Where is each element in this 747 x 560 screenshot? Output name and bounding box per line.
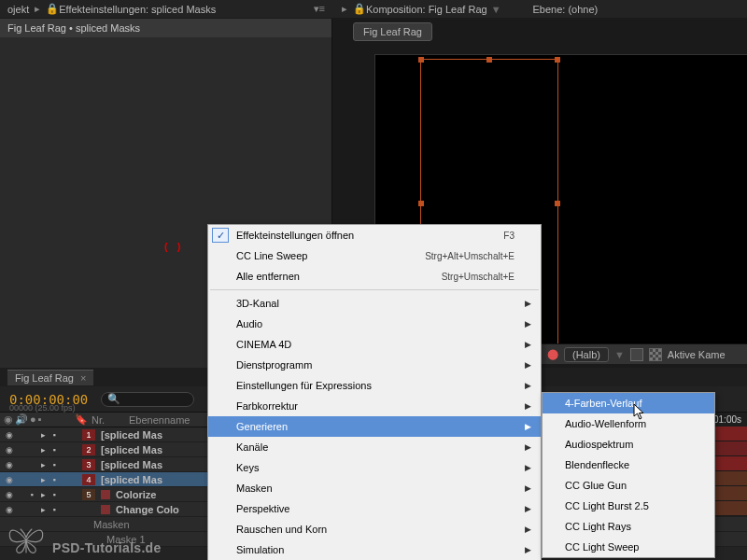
check-icon: ✓ (212, 228, 229, 243)
submenu-arrow-icon: ▶ (525, 545, 531, 554)
timeline-tracks: 01:00s (710, 413, 747, 516)
submenu-arrow-icon: ▶ (525, 360, 531, 370)
track-bar[interactable] (710, 471, 747, 486)
submenu-arrow-icon: ▶ (525, 319, 531, 329)
butterfly-icon (6, 521, 47, 558)
eye-icon[interactable]: ◉ (4, 475, 15, 484)
eye-icon[interactable]: ◉ (4, 490, 15, 499)
layer-number: 3 (82, 459, 95, 470)
eye-icon[interactable]: ◉ (4, 445, 15, 455)
top-bar: ojekt ▸ 🔒 Effekteinstellungen: spliced M… (0, 0, 747, 19)
composition-tab-area: ▸ 🔒 Komposition: Fig Leaf Rag ▼ Ebene: (… (332, 0, 747, 19)
lock-icon[interactable]: 🔒 (353, 3, 362, 15)
active-camera-dropdown[interactable]: Aktive Kame (668, 349, 726, 360)
submenu-audio-spectrum[interactable]: Audiospektrum (543, 434, 714, 455)
submenu-cc-light-rays[interactable]: CC Light Rays (543, 516, 714, 537)
handle-top-right[interactable] (555, 57, 560, 63)
effects-context-menu: ✓ Effekteinstellungen öffnen F3 CC Line … (207, 224, 542, 560)
menu-perspective[interactable]: Perspektive▶ (208, 498, 541, 519)
menu-separator (210, 289, 539, 290)
project-tab-area: ojekt ▸ 🔒 Effekteinstellungen: spliced M… (0, 0, 332, 19)
menu-keys[interactable]: Keys▶ (208, 457, 541, 478)
track-bar[interactable] (710, 427, 747, 441)
toggle-column-header: ◉ 🔊 ●▪ (0, 413, 75, 426)
menu-cinema4d[interactable]: CINEMA 4D▶ (208, 334, 541, 355)
track-bar[interactable] (710, 441, 747, 456)
layer-name[interactable]: [spliced Mas (95, 474, 162, 485)
menu-expression-settings[interactable]: Einstellungen für Expressions▶ (208, 375, 541, 396)
handle-top-mid[interactable] (486, 57, 492, 63)
breadcrumb: Fig Leaf Rag • spliced Masks (0, 19, 331, 37)
label-col-icon: 🔖 (75, 413, 88, 426)
menu-color-correction[interactable]: Farbkorrektur▶ (208, 396, 541, 416)
composition-tab[interactable]: Komposition: Fig Leaf Rag (366, 4, 487, 15)
eye-icon[interactable]: ◉ (4, 460, 15, 469)
watermark: PSD-Tutorials.de (6, 521, 162, 558)
viewer-option-icon[interactable] (630, 348, 643, 361)
handle-mid-right[interactable] (555, 201, 560, 206)
tab-icon: ▸ (340, 3, 349, 15)
submenu-cc-light-burst[interactable]: CC Light Burst 2.5 (543, 496, 714, 516)
timeline-tab[interactable]: Fig Leaf Rag × (7, 370, 93, 385)
viewer-toolbar: ⬤ (Halb) ▼ Aktive Kame (542, 343, 747, 364)
layer-tab[interactable]: Ebene: (ohne) (533, 4, 599, 15)
solo-icon[interactable]: ▪ (26, 490, 37, 499)
menu-remove-all[interactable]: Alle entfernen Strg+Umschalt+E (208, 266, 541, 287)
layer-name[interactable]: [spliced Mas (95, 459, 162, 470)
color-mgmt-icon[interactable]: ⬤ (547, 348, 558, 360)
submenu-arrow-icon: ▶ (525, 463, 531, 472)
panel-menu-icon[interactable]: ▾≡ (314, 3, 325, 15)
submenu-cc-glue-gun[interactable]: CC Glue Gun (543, 475, 714, 496)
layer-number: 1 (82, 429, 95, 441)
dropdown-arrow-icon[interactable]: ▼ (614, 349, 625, 360)
eye-icon: ◉ (4, 413, 13, 426)
layer-name[interactable]: Colorize (110, 489, 156, 500)
lock-icon[interactable]: 🔒 (46, 3, 55, 15)
layer-number: 4 (82, 474, 95, 485)
framerate-label: 00000 (25.00 fps) (9, 403, 76, 413)
submenu-lens-flare[interactable]: Blendenflecke (543, 455, 714, 475)
close-icon[interactable]: × (80, 372, 86, 384)
menu-noise-grain[interactable]: Rauschen und Korn▶ (208, 519, 541, 539)
layer-name[interactable]: [spliced Mas (95, 429, 162, 441)
menu-3d-channel[interactable]: 3D-Kanal▶ (208, 293, 541, 314)
track-bar[interactable] (710, 456, 747, 471)
paren-indicator: ( ) (164, 241, 180, 252)
layer-name[interactable]: [spliced Mas (95, 444, 162, 455)
menu-masks[interactable]: Masken▶ (208, 478, 541, 498)
menu-open-effect-settings[interactable]: ✓ Effekteinstellungen öffnen F3 (208, 225, 541, 245)
speaker-icon: 🔊 (15, 413, 28, 426)
submenu-arrow-icon: ▶ (525, 299, 531, 308)
submenu-arrow-icon: ▶ (525, 422, 531, 431)
search-input[interactable]: 🔍 (101, 392, 194, 407)
eye-icon[interactable]: ◉ (4, 430, 15, 440)
layer-name[interactable]: Change Colo (110, 504, 179, 515)
number-column: Nr. (88, 414, 125, 426)
generate-submenu: 4-Farben-Verlauf Audio-Wellenform Audios… (542, 392, 715, 558)
track-bar[interactable] (710, 486, 747, 501)
menu-utility[interactable]: Dienstprogramm▶ (208, 355, 541, 375)
composition-tab-pill[interactable]: Fig Leaf Rag (353, 22, 432, 41)
grid-icon[interactable] (649, 348, 662, 361)
submenu-arrow-icon: ▶ (525, 381, 531, 390)
menu-generate[interactable]: Generieren▶ (208, 416, 541, 437)
submenu-arrow-icon: ▶ (525, 340, 531, 349)
search-icon: 🔍 (107, 393, 120, 405)
menu-audio[interactable]: Audio▶ (208, 314, 541, 334)
dropdown-arrow-icon[interactable]: ▼ (491, 4, 501, 15)
handle-mid-left[interactable] (418, 201, 424, 206)
resolution-dropdown[interactable]: (Halb) (564, 347, 609, 362)
effect-settings-tab[interactable]: Effekteinstellungen: spliced Masks (59, 4, 216, 15)
menu-simulation[interactable]: Simulation▶ (208, 539, 541, 560)
submenu-audio-waveform[interactable]: Audio-Wellenform (543, 413, 714, 434)
layer-number: 2 (82, 444, 95, 455)
menu-channels[interactable]: Kanäle▶ (208, 437, 541, 457)
handle-top-left[interactable] (418, 57, 424, 63)
project-tab-label[interactable]: ojekt (7, 4, 29, 15)
menu-cc-line-sweep[interactable]: CC Line Sweep Strg+Alt+Umschalt+E (208, 245, 541, 266)
submenu-4-color-gradient[interactable]: 4-Farben-Verlauf (543, 393, 714, 413)
track-bar[interactable] (710, 501, 747, 516)
eye-icon[interactable]: ◉ (4, 505, 15, 514)
submenu-cc-light-sweep[interactable]: CC Light Sweep (543, 537, 714, 557)
ruler-mark: 01:00s (710, 413, 747, 427)
